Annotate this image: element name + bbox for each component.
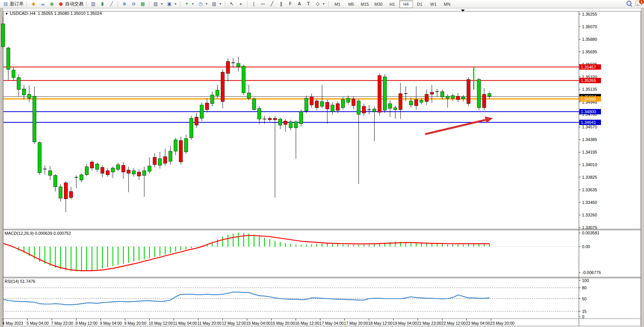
- profiles-icon: ▣: [166, 1, 172, 7]
- candle-body: [69, 191, 73, 197]
- time-axis-label: 15 May 04:00: [246, 321, 271, 325]
- fibonacci-button[interactable]: F: [286, 0, 295, 8]
- rsi-indicator-label: RSI(14) 51.7476: [5, 279, 35, 284]
- shapes-button[interactable]: ◇▼: [313, 0, 327, 8]
- toolbar-separator: [247, 1, 248, 7]
- candle-body: [179, 141, 183, 162]
- candle-body: [195, 117, 198, 125]
- candle-body: [90, 162, 94, 168]
- label-button[interactable]: T: [304, 0, 313, 8]
- tile-windows-button[interactable]: ▦: [138, 0, 147, 8]
- symbol-dropdown-icon[interactable]: ▼: [5, 12, 8, 16]
- candle-body: [414, 99, 418, 106]
- new-order-button[interactable]: ▤新订单: [1, 0, 25, 8]
- time-axis-label: 4 May 2023: [2, 321, 23, 325]
- zoom-out-button[interactable]: ⊖: [129, 0, 138, 8]
- time-axis-label: 17 May 20:00: [344, 321, 368, 325]
- candle-body: [483, 94, 486, 107]
- new-chart-button[interactable]: ▧▼: [151, 0, 165, 8]
- profiles-button[interactable]: ▣▼: [165, 0, 179, 8]
- chart-canvas[interactable]: 1.362551.360701.358801.356951.355051.353…: [0, 8, 644, 327]
- rsi-axis-label: 80: [582, 285, 587, 290]
- candle-body: [352, 99, 355, 106]
- toolbar-separator: [225, 1, 226, 7]
- toolbar-separator: [328, 1, 329, 7]
- indicators-button[interactable]: +▼: [182, 0, 196, 8]
- candle-body: [357, 101, 360, 114]
- candle-body: [409, 101, 413, 105]
- resistance-line-1-tag-label: 1.35467: [581, 65, 596, 69]
- price-axis-label: 1.34195: [582, 150, 597, 154]
- bar-chart-button[interactable]: ▥: [89, 0, 98, 8]
- vline-button[interactable]: ∣: [249, 0, 258, 8]
- candle-body: [420, 100, 423, 102]
- label-icon: T: [306, 1, 312, 7]
- candle-body: [59, 187, 62, 198]
- search-icon[interactable]: [626, 1, 631, 6]
- cursor-button[interactable]: ↖: [227, 0, 236, 8]
- time-axis-label: 5 May 04:00: [27, 321, 49, 325]
- chat-icon[interactable]: 1: [635, 1, 642, 6]
- candle-body: [85, 167, 88, 175]
- macd-axis-label: 0.003581: [582, 231, 599, 235]
- candle-body: [430, 92, 434, 94]
- candle-body: [221, 72, 225, 101]
- timeframe-button-h4[interactable]: H4: [399, 0, 413, 8]
- hline-button[interactable]: —: [258, 0, 268, 8]
- rsi-axis-label: 15: [582, 309, 587, 314]
- trendline-icon: ╱: [269, 1, 275, 7]
- chevron-down-icon: ▼: [219, 2, 222, 6]
- text-button[interactable]: A: [295, 0, 304, 8]
- timeframe-button-m30[interactable]: M30: [372, 0, 386, 8]
- candle-body: [399, 94, 402, 110]
- gold-button[interactable]: ◆: [29, 0, 38, 8]
- new-order-icon: ▤: [3, 1, 9, 7]
- timeframe-button-m15[interactable]: M15: [358, 0, 372, 8]
- crosshair-button[interactable]: ＋: [236, 0, 245, 8]
- candle-body: [247, 93, 250, 98]
- timeframe-button-d1[interactable]: D1: [413, 0, 427, 8]
- timeframe-button-h1[interactable]: H1: [386, 0, 399, 8]
- candle-body: [226, 61, 230, 74]
- chart-title: ▼USDCAD-,H4 1.35055 1.35080 1.35010 1.35…: [5, 11, 102, 16]
- candle-body: [174, 140, 177, 151]
- price-axis-label: 1.35135: [582, 87, 597, 91]
- auto-trading-button[interactable]: ●自动交易: [56, 0, 85, 8]
- line-chart-button[interactable]: ╱: [107, 0, 116, 8]
- vline-icon: ∣: [251, 1, 257, 7]
- candles-button[interactable]: ▮: [98, 0, 107, 8]
- price-axis-label: 1.34010: [582, 162, 597, 167]
- candle-body: [325, 102, 329, 109]
- zoom-in-button[interactable]: ⊕: [120, 0, 129, 8]
- signals-button[interactable]: ◉: [47, 0, 56, 8]
- timeframe-button-w1[interactable]: W1: [427, 0, 440, 8]
- candle-body: [441, 91, 444, 97]
- timeframe-button-m1[interactable]: M1: [331, 0, 344, 8]
- candle-body: [127, 170, 130, 173]
- candle-body: [80, 175, 83, 180]
- candle-body: [315, 101, 319, 108]
- gold-icon: ◆: [30, 1, 37, 7]
- zoom-out-icon: ⊖: [131, 1, 137, 7]
- candles-icon: ▮: [99, 1, 105, 7]
- candle-body: [54, 175, 57, 187]
- templates-button[interactable]: ▨▼: [210, 0, 223, 8]
- time-axis-label: 11 May 20:00: [198, 321, 222, 325]
- timeframe-button-m5[interactable]: M5: [344, 0, 358, 8]
- hline-icon: —: [260, 1, 266, 7]
- periods-button[interactable]: ◷▼: [196, 0, 210, 8]
- candle-body: [320, 102, 324, 106]
- candle-body: [216, 90, 219, 96]
- time-axis-label: 9 May 04:00: [100, 321, 122, 325]
- candle-body: [190, 119, 193, 138]
- channel-button[interactable]: ∥: [277, 0, 286, 8]
- timeframe-button-mn[interactable]: MN: [440, 0, 454, 8]
- periods-icon: ◷: [198, 1, 204, 7]
- community-button[interactable]: ☁: [38, 0, 47, 8]
- chevron-down-icon: ▼: [160, 2, 163, 6]
- auto-trading-icon: ●: [58, 1, 64, 7]
- candle-body: [122, 165, 125, 172]
- trendline-button[interactable]: ╱: [268, 0, 277, 8]
- candle-body: [378, 75, 381, 112]
- time-axis-label: 8 May 12:00: [75, 321, 97, 325]
